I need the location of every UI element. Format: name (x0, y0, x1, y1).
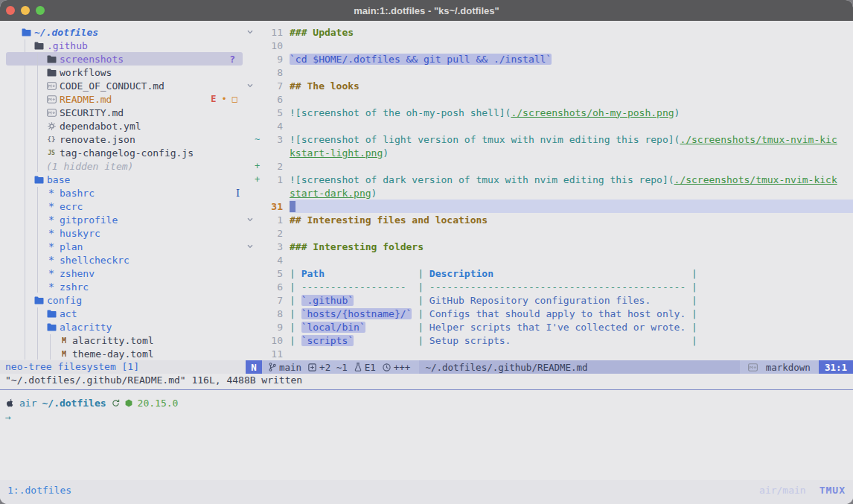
line-content[interactable]: ![screenshot of the oh-my-posh shell](./… (290, 106, 853, 119)
editor-line[interactable]: 4 (246, 253, 853, 267)
editor-line[interactable]: 7## The looks (246, 79, 853, 92)
tree-item-workflows[interactable]: workflows (6, 66, 243, 79)
editor-line[interactable]: +1![screenshot of dark version of tmux w… (246, 173, 853, 186)
neotree-sidebar[interactable]: ~/.dotfiles.githubscreenshots?workflowsC… (0, 21, 246, 360)
editor-line-wrap[interactable]: kstart-light.png) (246, 146, 853, 159)
line-content[interactable] (290, 200, 853, 213)
fold-chevron-icon[interactable] (246, 30, 255, 34)
text-segment: | (290, 308, 301, 319)
minimize-button[interactable] (21, 6, 30, 15)
file-path: ~/.dotfiles/.github/README.md (425, 362, 587, 373)
editor-line[interactable]: 6| ------------------ | ----------------… (246, 280, 853, 293)
tree-item-huskyrc[interactable]: *huskyrc (6, 226, 243, 240)
text-segment: | (290, 295, 301, 306)
shell-input-line[interactable]: → (5, 410, 853, 424)
line-content[interactable] (290, 119, 853, 133)
tree-item-renovate-json[interactable]: {}renovate.json (6, 133, 243, 146)
editor-line[interactable]: 10| `scripts` | Setup scripts. | (246, 334, 853, 347)
editor-line[interactable]: 8 (246, 66, 853, 79)
tree-item-bashrc[interactable]: *bashrc (6, 186, 243, 200)
editor-buffer[interactable]: 11### Updates109`cd $HOME/.dotfiles && g… (246, 21, 853, 360)
line-content[interactable]: ## Interesting files and locations (290, 213, 853, 226)
line-content[interactable]: | `.github` | GitHub Repository configur… (290, 293, 853, 307)
tree-item-dependabot-yml[interactable]: dependabot.yml (6, 119, 243, 133)
zoom-button[interactable] (36, 6, 45, 15)
tree-item-alacritty-toml[interactable]: Malacritty.toml (6, 334, 243, 347)
editor-line[interactable]: ~3![screenshot of light version of tmux … (246, 133, 853, 146)
line-content[interactable]: | ------------------ | -----------------… (290, 280, 853, 293)
tree-item-code-of-conduct-md[interactable]: CODE_OF_CONDUCT.md (6, 79, 243, 92)
tree-item-plan[interactable]: *plan (6, 240, 243, 253)
tree-item-dotfiles[interactable]: ~/.dotfiles (6, 25, 243, 39)
editor-line[interactable]: 11### Updates (246, 25, 853, 39)
tree-item-theme-day-toml[interactable]: Mtheme-day.toml (6, 347, 243, 360)
tmux-pane-divider[interactable] (0, 389, 853, 390)
tree-item-label: ~/.dotfiles (34, 27, 98, 38)
line-content[interactable]: kstart-light.png) (290, 146, 853, 159)
tree-item-security-md[interactable]: SECURITY.md (6, 106, 243, 119)
fold-chevron-icon[interactable] (246, 83, 255, 88)
tree-item-shellcheckrc[interactable]: *shellcheckrc (6, 253, 243, 267)
line-content[interactable]: `cd $HOME/.dotfiles && git pull && ./ins… (290, 52, 853, 66)
line-content[interactable]: ![screenshot of dark version of tmux wit… (290, 173, 853, 186)
titlebar[interactable]: main:1:.dotfiles - "ks~/.dotfiles" (0, 0, 853, 21)
shell-pane[interactable]: air ~/.dotfiles 20.15.0 → (5, 396, 853, 424)
folder-icon (21, 28, 31, 36)
line-content[interactable]: ![screenshot of light version of tmux wi… (290, 133, 853, 146)
fold-chevron-icon[interactable] (246, 217, 255, 222)
editor-line[interactable]: 8| `hosts/{hostname}/` | Configs that sh… (246, 307, 853, 320)
editor-line[interactable]: 11 (246, 347, 853, 360)
editor-line[interactable]: 5![screenshot of the oh-my-posh shell](.… (246, 106, 853, 119)
editor-line[interactable]: 7| `.github` | GitHub Repository configu… (246, 293, 853, 307)
line-content[interactable]: ### Updates (290, 25, 853, 39)
tree-item-base[interactable]: base (6, 173, 243, 186)
tree-item-zshenv[interactable]: *zshenv (6, 267, 243, 280)
tree-item-readme-md[interactable]: README.mdE•□ (6, 92, 243, 106)
editor-line[interactable]: 3### Interesting folders (246, 240, 853, 253)
line-content[interactable]: | `scripts` | Setup scripts. | (290, 334, 853, 347)
filetype-segment: markdown (740, 360, 819, 374)
editor-line[interactable]: 4 (246, 119, 853, 133)
text-segment (651, 295, 691, 306)
line-content[interactable]: start-dark.png) (290, 186, 853, 200)
editor-line[interactable]: 5| Path | Description | (246, 267, 853, 280)
tree-item-github[interactable]: .github (6, 39, 243, 52)
tree-item-tag-changelog-config-js[interactable]: JStag-changelog-config.js (6, 146, 243, 159)
editor-line[interactable]: 9| `local/bin` | Helper scripts that I'v… (246, 320, 853, 334)
editor-line[interactable]: +2 (246, 159, 853, 173)
tree-item-config[interactable]: config (6, 293, 243, 307)
close-button[interactable] (6, 6, 15, 15)
tree-item-alacritty[interactable]: alacritty (6, 320, 243, 334)
line-content[interactable]: | `hosts/{hostname}/` | Configs that sho… (290, 307, 853, 320)
text-segment: | (418, 322, 429, 333)
line-content[interactable] (290, 66, 853, 79)
line-content[interactable]: | `local/bin` | Helper scripts that I've… (290, 320, 853, 334)
tree-group: screenshots?workflowsCODE_OF_CONDUCT.mdR… (0, 52, 246, 173)
editor-line[interactable]: 10 (246, 39, 853, 52)
tree-item-act[interactable]: act (6, 307, 243, 320)
line-content[interactable]: | Path | Description | (290, 267, 853, 280)
tree-item-1-hidden-item[interactable]: (1 hidden item) (6, 159, 243, 173)
tmux-window-label[interactable]: 1:.dotfiles (7, 485, 71, 496)
fold-chevron-icon[interactable] (246, 244, 255, 249)
editor-line[interactable]: 6 (246, 92, 853, 106)
line-content[interactable] (290, 39, 853, 52)
editor-line[interactable]: 9`cd $HOME/.dotfiles && git pull && ./in… (246, 52, 853, 66)
text-segment: Helper scripts that I've collected or wr… (429, 322, 686, 333)
editor-line[interactable]: 1## Interesting files and locations (246, 213, 853, 226)
tree-item-gitprofile[interactable]: *gitprofile (6, 213, 243, 226)
line-content[interactable]: ### Interesting folders (290, 240, 853, 253)
asterisk-icon: * (46, 256, 57, 264)
line-content[interactable] (290, 92, 853, 106)
line-content[interactable] (290, 347, 853, 360)
editor-line[interactable]: 2 (246, 226, 853, 240)
editor-line-wrap[interactable]: start-dark.png) (246, 186, 853, 200)
tree-item-zshrc[interactable]: *zshrc (6, 280, 243, 293)
line-content[interactable]: ## The looks (290, 79, 853, 92)
tree-item-screenshots[interactable]: screenshots? (6, 52, 243, 66)
line-content[interactable] (290, 253, 853, 267)
editor-line[interactable]: 31 (246, 200, 853, 213)
line-content[interactable] (290, 159, 853, 173)
tree-item-ecrc[interactable]: *ecrc (6, 200, 243, 213)
line-content[interactable] (290, 226, 853, 240)
